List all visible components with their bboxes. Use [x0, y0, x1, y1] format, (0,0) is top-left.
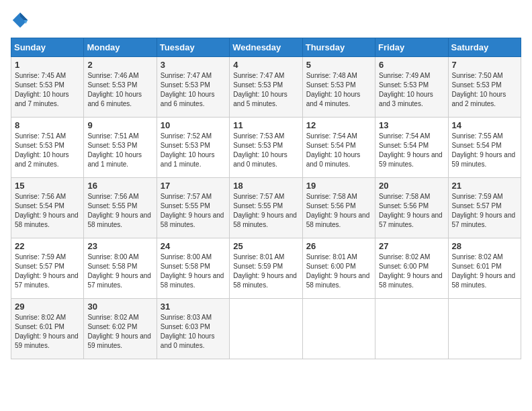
daylight-label: Daylight: 10 hours and 0 minutes. [161, 332, 215, 349]
sunrise-label: Sunrise: 7:59 AM [452, 193, 503, 200]
daylight-label: Daylight: 10 hours and 7 minutes. [15, 91, 69, 107]
day-header-monday: Monday [84, 38, 157, 57]
day-info: Sunrise: 8:00 AM Sunset: 5:58 PM Dayligh… [87, 253, 152, 290]
day-number: 11 [233, 120, 298, 130]
sunset-label: Sunset: 5:56 PM [379, 202, 429, 210]
daylight-label: Daylight: 9 hours and 58 minutes. [15, 212, 79, 228]
sunrise-label: Sunrise: 7:46 AM [87, 72, 138, 79]
calendar-cell: 3 Sunrise: 7:47 AM Sunset: 5:53 PM Dayli… [157, 57, 229, 118]
daylight-label: Daylight: 9 hours and 58 minutes. [87, 212, 151, 228]
day-number: 7 [452, 60, 517, 70]
day-number: 12 [306, 120, 371, 130]
calendar-cell: 20 Sunrise: 7:58 AM Sunset: 5:56 PM Dayl… [375, 178, 448, 238]
day-number: 23 [87, 241, 152, 251]
sunrise-label: Sunrise: 8:00 AM [87, 253, 138, 261]
day-number: 5 [306, 60, 371, 70]
day-header-friday: Friday [375, 38, 448, 57]
day-header-thursday: Thursday [302, 38, 375, 57]
calendar-table: SundayMondayTuesdayWednesdayThursdayFrid… [11, 38, 521, 359]
sunset-label: Sunset: 5:53 PM [15, 81, 64, 89]
sunrise-label: Sunrise: 7:55 AM [452, 132, 503, 140]
calendar-cell: 6 Sunrise: 7:49 AM Sunset: 5:53 PM Dayli… [375, 57, 448, 118]
daylight-label: Daylight: 9 hours and 57 minutes. [379, 212, 443, 228]
calendar-cell: 27 Sunrise: 8:02 AM Sunset: 6:00 PM Dayl… [375, 238, 448, 299]
calendar-cell: 24 Sunrise: 8:00 AM Sunset: 5:58 PM Dayl… [157, 238, 229, 299]
sunrise-label: Sunrise: 7:53 AM [233, 132, 284, 140]
daylight-label: Daylight: 9 hours and 58 minutes. [306, 212, 370, 228]
sunset-label: Sunset: 5:56 PM [306, 202, 356, 210]
sunrise-label: Sunrise: 7:57 AM [161, 193, 212, 200]
sunset-label: Sunset: 5:55 PM [161, 202, 210, 210]
day-header-tuesday: Tuesday [157, 38, 229, 57]
day-info: Sunrise: 7:59 AM Sunset: 5:57 PM Dayligh… [15, 253, 80, 290]
calendar-cell [375, 299, 448, 359]
calendar-cell: 9 Sunrise: 7:51 AM Sunset: 5:53 PM Dayli… [84, 118, 157, 178]
calendar-week-row: 29 Sunrise: 8:02 AM Sunset: 6:01 PM Dayl… [11, 299, 521, 359]
day-number: 17 [161, 181, 226, 191]
daylight-label: Daylight: 9 hours and 58 minutes. [233, 212, 297, 228]
sunrise-label: Sunrise: 7:54 AM [306, 132, 357, 140]
daylight-label: Daylight: 9 hours and 57 minutes. [87, 272, 151, 289]
sunset-label: Sunset: 6:01 PM [452, 263, 502, 270]
calendar-cell [302, 299, 375, 359]
sunset-label: Sunset: 6:00 PM [306, 263, 356, 270]
calendar-cell: 7 Sunrise: 7:50 AM Sunset: 5:53 PM Dayli… [448, 57, 521, 118]
day-info: Sunrise: 7:46 AM Sunset: 5:53 PM Dayligh… [87, 71, 152, 109]
daylight-label: Daylight: 10 hours and 6 minutes. [87, 91, 142, 107]
daylight-label: Daylight: 10 hours and 1 minute. [161, 151, 215, 168]
day-number: 21 [452, 181, 517, 191]
day-number: 20 [379, 181, 444, 191]
sunrise-label: Sunrise: 7:48 AM [306, 72, 357, 79]
day-info: Sunrise: 7:54 AM Sunset: 5:54 PM Dayligh… [306, 132, 371, 169]
day-info: Sunrise: 7:55 AM Sunset: 5:54 PM Dayligh… [452, 132, 517, 169]
calendar-cell: 23 Sunrise: 8:00 AM Sunset: 5:58 PM Dayl… [84, 238, 157, 299]
calendar-cell: 2 Sunrise: 7:46 AM Sunset: 5:53 PM Dayli… [84, 57, 157, 118]
sunset-label: Sunset: 5:53 PM [161, 81, 210, 89]
day-info: Sunrise: 8:03 AM Sunset: 6:03 PM Dayligh… [161, 313, 226, 351]
calendar-cell: 1 Sunrise: 7:45 AM Sunset: 5:53 PM Dayli… [11, 57, 84, 118]
calendar-cell: 26 Sunrise: 8:01 AM Sunset: 6:00 PM Dayl… [302, 238, 375, 299]
sunrise-label: Sunrise: 7:47 AM [233, 72, 284, 79]
daylight-label: Daylight: 10 hours and 0 minutes. [233, 151, 287, 168]
daylight-label: Daylight: 9 hours and 58 minutes. [161, 212, 224, 228]
calendar-cell [230, 299, 302, 359]
day-info: Sunrise: 8:01 AM Sunset: 6:00 PM Dayligh… [306, 253, 371, 290]
calendar-cell: 11 Sunrise: 7:53 AM Sunset: 5:53 PM Dayl… [230, 118, 302, 178]
sunrise-label: Sunrise: 7:59 AM [15, 253, 66, 261]
daylight-label: Daylight: 9 hours and 59 minutes. [87, 332, 151, 349]
sunrise-label: Sunrise: 8:01 AM [233, 253, 284, 261]
day-number: 27 [379, 241, 444, 251]
sunrise-label: Sunrise: 7:51 AM [15, 132, 66, 140]
sunrise-label: Sunrise: 7:58 AM [379, 193, 430, 200]
logo [11, 11, 32, 30]
calendar-cell: 16 Sunrise: 7:56 AM Sunset: 5:55 PM Dayl… [84, 178, 157, 238]
day-number: 10 [161, 120, 226, 130]
calendar-cell: 29 Sunrise: 8:02 AM Sunset: 6:01 PM Dayl… [11, 299, 84, 359]
day-info: Sunrise: 7:49 AM Sunset: 5:53 PM Dayligh… [379, 71, 444, 109]
sunrise-label: Sunrise: 8:02 AM [15, 314, 66, 321]
sunrise-label: Sunrise: 7:58 AM [306, 193, 357, 200]
calendar-cell: 17 Sunrise: 7:57 AM Sunset: 5:55 PM Dayl… [157, 178, 229, 238]
day-info: Sunrise: 7:50 AM Sunset: 5:53 PM Dayligh… [452, 71, 517, 109]
sunrise-label: Sunrise: 7:52 AM [161, 132, 212, 140]
day-number: 16 [87, 181, 152, 191]
page-header [11, 11, 521, 30]
day-number: 26 [306, 241, 371, 251]
daylight-label: Daylight: 10 hours and 2 minutes. [15, 151, 69, 168]
daylight-label: Daylight: 9 hours and 57 minutes. [452, 212, 516, 228]
logo-icon [11, 11, 30, 30]
day-info: Sunrise: 7:48 AM Sunset: 5:53 PM Dayligh… [306, 71, 371, 109]
sunrise-label: Sunrise: 7:45 AM [15, 72, 66, 79]
calendar-cell: 28 Sunrise: 8:02 AM Sunset: 6:01 PM Dayl… [448, 238, 521, 299]
calendar-cell [448, 299, 521, 359]
daylight-label: Daylight: 9 hours and 59 minutes. [15, 332, 79, 349]
calendar-cell: 21 Sunrise: 7:59 AM Sunset: 5:57 PM Dayl… [448, 178, 521, 238]
sunset-label: Sunset: 5:53 PM [87, 142, 137, 149]
sunrise-label: Sunrise: 7:56 AM [87, 193, 138, 200]
calendar-header-row: SundayMondayTuesdayWednesdayThursdayFrid… [11, 38, 521, 57]
daylight-label: Daylight: 9 hours and 58 minutes. [161, 272, 224, 289]
day-info: Sunrise: 7:47 AM Sunset: 5:53 PM Dayligh… [233, 71, 298, 109]
day-info: Sunrise: 7:51 AM Sunset: 5:53 PM Dayligh… [87, 132, 152, 169]
sunset-label: Sunset: 5:54 PM [306, 142, 356, 149]
sunset-label: Sunset: 5:53 PM [161, 142, 210, 149]
